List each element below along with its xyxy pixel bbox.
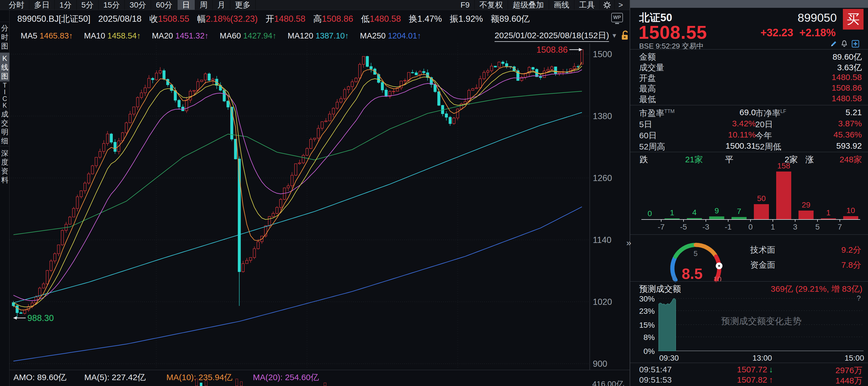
- sidebar-tab-char: I: [4, 89, 6, 95]
- sidebar-tab-深度资料[interactable]: 深度资料: [0, 146, 9, 186]
- sidebar-tab-char: 料: [1, 175, 8, 184]
- wp-monitor-icon[interactable]: WP: [611, 13, 623, 22]
- period-tab-更多[interactable]: 更多: [230, 0, 256, 10]
- date-range-text[interactable]: 2025/01/02-2025/08/18(152日): [495, 30, 609, 42]
- metric-label-20日: 20日: [755, 119, 773, 130]
- hist-x-label: -5: [674, 223, 693, 231]
- period-tab-日[interactable]: 日: [178, 0, 195, 10]
- tick-amount: 2976万: [835, 365, 862, 376]
- metric-label-60日: 60日: [639, 130, 657, 141]
- sidebar-tab-分时图[interactable]: 分时图: [0, 22, 9, 52]
- unlock-icon[interactable]: [621, 30, 630, 41]
- add-plus-icon[interactable]: [851, 40, 860, 48]
- tick-amount: 1448万: [835, 375, 862, 386]
- hist-x-label: 5: [808, 223, 827, 231]
- forecast-x-label: 09:30: [659, 354, 679, 362]
- period-tab-1分[interactable]: 1分: [55, 0, 77, 10]
- kline-chart[interactable]: 150013801260114010209001508.86988.30: [9, 43, 630, 370]
- hist-tick: [773, 219, 773, 222]
- quote-field-额: 额89.60亿: [491, 13, 530, 25]
- period-tab-60分[interactable]: 60分: [151, 0, 177, 10]
- toolbar-right: F9不复权超级叠加画线工具 >: [456, 0, 630, 10]
- settings-button[interactable]: [600, 0, 615, 10]
- hist-bar-value: 4: [683, 208, 706, 217]
- toolbar-button-F9[interactable]: F9: [456, 0, 475, 10]
- quote-info-row: 899050.BJ[北证50] 2025/08/18 收1508.55幅2.18…: [9, 10, 630, 27]
- toolbar-expand-chevron[interactable]: >: [615, 0, 627, 10]
- svg-text:10: 10: [713, 275, 721, 283]
- volume-bar: [236, 379, 238, 386]
- period-tab-分时[interactable]: 分时: [4, 0, 29, 10]
- panel-collapse-handle[interactable]: »: [626, 237, 631, 248]
- quote-field-幅: 幅2.18%(32.23): [197, 13, 258, 25]
- svg-text:1260: 1260: [593, 173, 612, 183]
- hist-bar-value: 0: [639, 209, 661, 218]
- hist-tick: [840, 219, 840, 222]
- volume-bar: [240, 382, 243, 386]
- toolbar-button-超级叠加[interactable]: 超级叠加: [508, 0, 549, 10]
- sidebar-tab-K线图[interactable]: K线图: [0, 53, 9, 82]
- period-tab-多日[interactable]: 多日: [29, 0, 55, 10]
- price-change: +32.23 +2.18%: [761, 27, 836, 39]
- period-tab-月[interactable]: 月: [213, 0, 230, 10]
- tick-time: 09:51:47: [639, 365, 672, 374]
- sidebar-tab-char: 成: [1, 109, 8, 119]
- toolbar-button-工具[interactable]: 工具: [575, 0, 600, 10]
- hist-bar-value: 1: [817, 208, 840, 217]
- hist-bar: [776, 171, 791, 219]
- svg-text:1380: 1380: [593, 111, 612, 121]
- period-tab-5分[interactable]: 5分: [77, 0, 99, 10]
- metric-value-60日: 10.11%: [714, 130, 756, 139]
- forecast-x-label: 13:00: [752, 354, 772, 362]
- stat-value-最低: 1480.58: [832, 94, 862, 103]
- stat-value-成交量: 3.63亿: [837, 62, 862, 73]
- hist-tick: [750, 219, 751, 222]
- alert-bell-icon[interactable]: [840, 40, 848, 48]
- forecast-y-label: 8%: [632, 333, 655, 342]
- volume-bar: [200, 383, 203, 386]
- svg-text:988.30: 988.30: [27, 313, 54, 323]
- sidebar-tab-char: K: [2, 102, 7, 109]
- hist-tick: [661, 219, 661, 222]
- period-tab-15分[interactable]: 15分: [98, 0, 125, 10]
- flat-label: 平: [725, 154, 734, 165]
- forecast-y-label: 23%: [632, 307, 655, 316]
- toolbar-button-不复权[interactable]: 不复权: [475, 0, 508, 10]
- svg-text:1020: 1020: [593, 297, 612, 307]
- quote-date: 2025/08/18: [98, 14, 142, 24]
- divider: [630, 152, 868, 152]
- hist-bar: [732, 217, 747, 219]
- ma-readout-MA250: MA250 1204.01↑: [353, 31, 421, 40]
- edit-pencil-icon[interactable]: [830, 40, 838, 48]
- sidebar-tab-char: 深: [1, 149, 8, 158]
- sidebar-tab-TICK[interactable]: TICK: [0, 82, 9, 108]
- period-tab-30分[interactable]: 30分: [125, 0, 151, 10]
- rise-count: 248家: [840, 154, 862, 165]
- buy-button[interactable]: 买: [843, 9, 864, 30]
- forecast-y-label: 0%: [632, 347, 655, 356]
- sidebar-tab-char: 时: [1, 33, 8, 41]
- volume-bar: [205, 380, 207, 386]
- hist-x-label: -7: [651, 223, 671, 231]
- ma-readout-MA120: MA120 1387.10↑: [280, 31, 349, 40]
- forecast-y-label: 30%: [632, 294, 655, 303]
- forecast-turnover-label: 预测成交额: [639, 283, 681, 295]
- quote-side-panel: » 北证50 899050 买 1508.55 +32.23 +2.18% BS…: [630, 0, 868, 386]
- period-tab-周[interactable]: 周: [195, 0, 213, 10]
- up-arrow-icon: ↑: [769, 375, 773, 385]
- hist-tick: [683, 219, 684, 222]
- vol-ma10: MA(10): 235.94亿: [166, 372, 232, 383]
- toolbar-button-画线[interactable]: 画线: [549, 0, 575, 10]
- sidebar-tab-成交明细[interactable]: 成交明细: [0, 109, 9, 146]
- metric-value-52周低: 593.92: [836, 141, 862, 151]
- metric-value-市盈率: 69.0: [714, 108, 756, 117]
- tick-row[interactable]: 09:51:471507.72↓2976万: [630, 365, 868, 375]
- hist-bar: [799, 211, 813, 219]
- tick-row[interactable]: 09:51:531507.82↑1448万: [630, 375, 868, 385]
- quote-field-振: 振1.92%: [450, 13, 483, 25]
- svg-text:1500: 1500: [593, 50, 612, 59]
- tick-list[interactable]: 09:51:471507.72↓2976万09:51:531507.82↑144…: [630, 364, 868, 386]
- sidebar-tab-char: T: [3, 82, 7, 89]
- chevron-down-icon[interactable]: ▼: [611, 32, 617, 39]
- hist-x-label: 1: [763, 223, 783, 231]
